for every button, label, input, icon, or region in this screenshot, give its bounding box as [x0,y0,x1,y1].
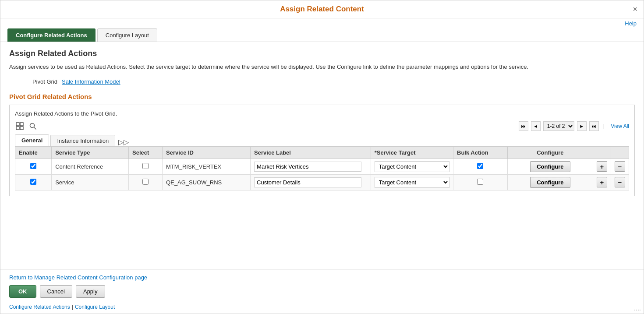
service-label-input-1[interactable] [254,162,361,172]
select-checkbox-1[interactable] [142,163,149,169]
enable-cell-2 [15,174,52,190]
add-cell-2: + [593,174,611,190]
col-header-bulk-action: Bulk Action [453,146,508,159]
col-header-remove [611,146,629,159]
service-target-cell-1: Target Content Target Page New Window [371,159,453,174]
col-header-service-label: Service Label [251,146,371,159]
expand-tabs-icon[interactable]: ▷▷ [118,138,129,146]
apply-button[interactable]: Apply [76,285,105,298]
enable-cell-1 [15,159,52,174]
tabs-bar: Configure Related Actions Configure Layo… [0,28,644,42]
service-target-select-2[interactable]: Target Content Target Page New Window [375,177,449,188]
add-row-button-2[interactable]: + [597,177,607,187]
data-table: Enable Service Type Select Service ID Se… [15,146,629,191]
service-type-cell-2: Service [52,174,129,190]
inner-tab-instance-information[interactable]: Instance Information [50,135,115,146]
ok-button[interactable]: OK [9,285,36,298]
remove-cell-1: − [611,159,629,174]
service-label-cell-2 [251,174,371,190]
bottom-configure-layout-link[interactable]: Configure Layout [75,304,115,310]
first-page-button[interactable]: ⏮ [519,121,528,131]
page-info-select[interactable]: 1-2 of 2 [543,121,574,131]
col-header-enable: Enable [15,146,52,159]
select-checkbox-2[interactable] [142,179,149,185]
service-label-cell-1 [251,159,371,174]
view-all-link[interactable]: View All [611,123,629,129]
col-header-service-type: Service Type [52,146,129,159]
configure-cell-2: Configure [507,174,593,190]
table-header-row: Enable Service Type Select Service ID Se… [15,146,629,159]
cancel-button[interactable]: Cancel [40,285,72,298]
bulk-action-checkbox-2[interactable] [477,179,483,185]
bottom-links: Configure Related Actions | Configure La… [9,302,635,312]
configure-button-2[interactable]: Configure [530,177,570,188]
grid-description: Assign Related Actions to the Pivot Grid… [15,110,629,117]
modal-title: Assign Related Content [280,5,364,14]
bottom-configure-actions-link[interactable]: Configure Related Actions [9,304,70,310]
select-cell-2 [128,174,162,190]
select-cell-1 [128,159,162,174]
help-link[interactable]: Help [625,20,637,27]
tab-configure-layout[interactable]: Configure Layout [97,28,157,42]
remove-row-button-2[interactable]: − [615,177,625,187]
bulk-action-checkbox-1[interactable] [477,163,483,169]
table-row: Service QE_AG_SUOW_RNS Target Content Ta… [15,174,629,190]
pivot-grid-link[interactable]: Sale Information Model [62,78,120,85]
pivot-grid-label: Pivot Grid [9,78,57,85]
service-target-select-1[interactable]: Target Content Target Page New Window [375,161,449,172]
resize-handle[interactable]: ‥‥ [634,306,641,312]
svg-rect-1 [20,123,23,126]
section-title: Pivot Grid Related Actions [9,93,635,100]
content-area: Assign Related Actions Assign services t… [0,42,644,269]
top-bar: Help [0,18,644,28]
remove-cell-2: − [611,174,629,190]
pivot-grid-row: Pivot Grid Sale Information Model [9,78,635,85]
bottom-separator: | [72,304,73,310]
modal-container: Assign Related Content × Help Configure … [0,0,644,314]
enable-checkbox-2[interactable] [30,179,36,185]
next-page-button[interactable]: ► [577,121,587,131]
service-id-cell-2: QE_AG_SUOW_RNS [163,174,251,190]
col-header-add [593,146,611,159]
footer-area: Return to Manage Related Content Configu… [0,269,644,314]
enable-checkbox-1[interactable] [30,163,36,169]
table-row: Content Reference MTM_RISK_VERTEX Target… [15,159,629,174]
inner-tabs: General Instance Information ▷▷ [15,134,629,146]
col-header-service-id: Service ID [163,146,251,159]
modal-header: Assign Related Content × [0,0,644,18]
tab-configure-related-actions[interactable]: Configure Related Actions [7,28,96,42]
close-button[interactable]: × [633,5,637,14]
grid-toolbar: ⏮ ◄ 1-2 of 2 ► ⏭ | View All [15,121,629,131]
col-header-service-target: *Service Target [371,146,453,159]
return-link[interactable]: Return to Manage Related Content Configu… [9,274,147,281]
search-icon[interactable] [28,121,38,131]
svg-rect-2 [16,127,19,130]
grid-toolbar-left [15,121,38,131]
prev-page-button[interactable]: ◄ [531,121,541,131]
service-type-cell-1: Content Reference [52,159,129,174]
grid-container: Assign Related Actions to the Pivot Grid… [9,105,635,196]
configure-cell-1: Configure [507,159,593,174]
remove-row-button-1[interactable]: − [615,161,625,172]
grid-toolbar-right: ⏮ ◄ 1-2 of 2 ► ⏭ | View All [519,121,629,131]
grid-icon[interactable] [15,121,25,131]
action-buttons: OK Cancel Apply [9,285,635,298]
last-page-button[interactable]: ⏭ [589,121,599,131]
svg-line-5 [34,127,36,129]
description-text: Assign services to be used as Related Ac… [9,63,635,71]
col-header-select: Select [128,146,162,159]
page-title: Assign Related Actions [9,49,635,58]
svg-rect-0 [16,123,19,126]
service-label-input-2[interactable] [254,177,361,187]
col-header-configure: Configure [507,146,593,159]
service-id-cell-1: MTM_RISK_VERTEX [163,159,251,174]
add-row-button-1[interactable]: + [597,161,607,172]
service-target-cell-2: Target Content Target Page New Window [371,174,453,190]
svg-rect-3 [20,127,23,130]
bulk-action-cell-1 [453,159,508,174]
configure-button-1[interactable]: Configure [530,161,570,172]
add-cell-1: + [593,159,611,174]
inner-tab-general[interactable]: General [15,134,49,146]
bulk-action-cell-2 [453,174,508,190]
